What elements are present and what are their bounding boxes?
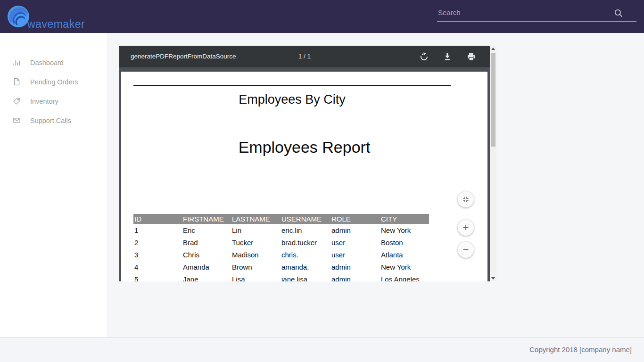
table-cell: Lin — [231, 224, 281, 236]
sidebar-item-label: Inventory — [30, 98, 58, 105]
pdf-page: Employees By City Employees Report ID FI… — [121, 72, 487, 281]
table-cell: 3 — [133, 248, 182, 261]
sidebar-item-pending-orders[interactable]: Pending Orders — [0, 72, 107, 91]
sidebar-item-label: Support Calls — [30, 117, 71, 124]
employees-table: ID FIRSTNAME LASTNAME USERNAME ROLE CITY… — [133, 214, 429, 281]
sidebar: Dashboard Pending Orders Inventory — [0, 33, 107, 337]
scroll-down-arrow-icon[interactable] — [490, 275, 496, 281]
table-row: 2 Brad Tucker brad.tucker user Boston — [133, 236, 429, 248]
bar-chart-icon — [13, 58, 21, 66]
table-cell: Tucker — [231, 236, 281, 248]
table-cell: user — [330, 236, 380, 248]
fit-to-page-button[interactable] — [458, 191, 474, 207]
table-cell: 5 — [133, 273, 182, 281]
table-cell: Jane — [182, 273, 231, 281]
app-window: wavemaker Dashboard — [0, 0, 644, 362]
column-header: ID — [133, 214, 182, 224]
search-box — [437, 7, 636, 24]
brand-name: wavemaker — [27, 18, 85, 31]
table-cell: amanda. — [281, 261, 330, 273]
table-cell: New York — [380, 224, 429, 236]
table-cell: chris. — [281, 248, 330, 261]
table-cell: Eric — [182, 224, 231, 236]
sidebar-item-dashboard[interactable]: Dashboard — [0, 53, 107, 72]
document-title: Employees Report — [121, 138, 487, 156]
search-icon[interactable] — [614, 8, 623, 18]
column-header: FIRSTNAME — [182, 214, 231, 224]
table-cell: Brad — [182, 236, 231, 248]
zoom-out-button[interactable]: − — [458, 242, 474, 258]
zoom-in-button[interactable]: + — [458, 220, 474, 236]
table-cell: eric.lin — [281, 224, 330, 236]
table-row: 1 Eric Lin eric.lin admin New York — [133, 224, 429, 236]
table-cell: Atlanta — [380, 248, 429, 261]
pdf-toolbar: 1 / 1 generatePDFReportFromDataSource — [119, 46, 490, 67]
sidebar-item-support-calls[interactable]: Support Calls — [0, 111, 107, 130]
document-subtitle: Employees By City — [133, 92, 451, 107]
rotate-icon[interactable] — [419, 52, 429, 61]
table-cell: admin — [330, 261, 380, 273]
pdf-document-title: generatePDFReportFromDataSource — [131, 46, 236, 67]
table-row: 4 Amanda Brown amanda. admin New York — [133, 261, 429, 273]
table-cell: Chris — [182, 248, 231, 261]
copyright-text: Copyright 2018 [company name] — [529, 346, 632, 354]
table-cell: 1 — [133, 224, 182, 236]
tag-icon — [13, 97, 21, 105]
table-cell: brad.tucker — [281, 236, 330, 248]
scrollbar-thumb[interactable] — [491, 53, 495, 147]
pdf-scrollbar[interactable] — [490, 46, 496, 281]
table-cell: user — [330, 248, 380, 261]
column-header: CITY — [380, 214, 429, 224]
table-cell: Madison — [231, 248, 281, 261]
table-cell: 2 — [133, 236, 182, 248]
sidebar-item-label: Dashboard — [30, 59, 64, 66]
envelope-icon — [13, 116, 21, 124]
column-header: LASTNAME — [231, 214, 281, 224]
column-header: USERNAME — [281, 214, 330, 224]
table-cell: New York — [380, 261, 429, 273]
column-header: ROLE — [330, 214, 380, 224]
sidebar-item-inventory[interactable]: Inventory — [0, 91, 107, 111]
scroll-up-arrow-icon[interactable] — [490, 46, 496, 52]
table-header-row: ID FIRSTNAME LASTNAME USERNAME ROLE CITY — [133, 214, 429, 224]
pdf-viewer: 1 / 1 generatePDFReportFromDataSource — [119, 46, 496, 281]
table-cell: admin — [330, 273, 380, 281]
pdf-body: Employees By City Employees Report ID FI… — [119, 67, 490, 281]
table-cell: Lisa — [231, 273, 281, 281]
table-cell: jane.lisa — [281, 273, 330, 281]
table-row: 5 Jane Lisa jane.lisa admin Los Angeles — [133, 273, 429, 281]
table-cell: admin — [330, 224, 380, 236]
document-icon — [13, 78, 21, 86]
app-footer: Copyright 2018 [company name] — [0, 337, 644, 362]
document-divider-line — [133, 85, 451, 86]
fit-to-page-icon — [462, 196, 469, 203]
print-icon[interactable] — [466, 52, 476, 61]
brand-logo[interactable]: wavemaker — [7, 2, 110, 31]
table-cell: Amanda — [182, 261, 231, 273]
table-row: 3 Chris Madison chris. user Atlanta — [133, 248, 429, 261]
table-cell: 4 — [133, 261, 182, 273]
search-input[interactable] — [437, 7, 636, 22]
download-icon[interactable] — [443, 52, 452, 61]
pdf-toolbar-actions — [419, 46, 476, 67]
table-cell: Brown — [231, 261, 281, 273]
table-cell: Los Angeles — [380, 273, 429, 281]
sidebar-item-label: Pending Orders — [30, 78, 78, 86]
table-cell: Boston — [380, 236, 429, 248]
app-header: wavemaker — [0, 0, 644, 33]
